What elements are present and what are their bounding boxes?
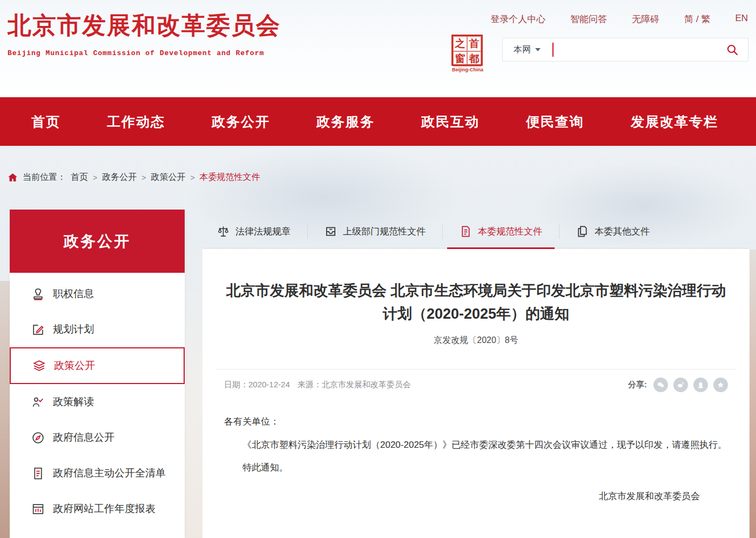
home-icon — [8, 172, 18, 183]
interpretation-icon — [31, 395, 45, 409]
article-panel: 北京市发展和改革委员会 北京市生态环境局关于印发北京市塑料污染治理行动计划（20… — [202, 249, 750, 538]
tab-superior-normative-documents[interactable]: 上级部门规范性文件 — [310, 215, 440, 248]
article-meta: 日期：2020-12-24来源：北京市发展和改革委员会 — [224, 380, 411, 390]
body-paragraph: 特此通知。 — [224, 456, 728, 480]
nav-item-gov-disclosure[interactable]: 政务公开 — [212, 113, 270, 131]
tab-label: 上级部门规范性文件 — [343, 225, 426, 238]
site-logo[interactable]: 北京市发展和改革委员会 Beijing Municipal Commission… — [8, 10, 281, 57]
sidebar-item-decision-catalog[interactable]: 决策目录 — [10, 527, 185, 538]
search-input[interactable] — [554, 39, 724, 60]
sidebar-item-website-annual-report[interactable]: 政府网站工作年度报表 — [10, 491, 185, 527]
tab-label: 本委规范性文件 — [478, 225, 542, 238]
body-salutation: 各有关单位： — [224, 411, 728, 434]
qzone-star-icon — [717, 381, 725, 389]
nav-item-home[interactable]: 首页 — [31, 113, 60, 131]
simplified-traditional-toggle[interactable]: 简 / 繁 — [684, 13, 710, 25]
share-qzone-button[interactable] — [713, 378, 728, 392]
plan-edit-icon — [31, 323, 45, 337]
nav-item-public-interaction[interactable]: 政民互动 — [421, 113, 480, 131]
tab-divider — [442, 225, 443, 239]
page-root: 北京市发展和改革委员会 Beijing Municipal Commission… — [0, 0, 756, 538]
search-bar: 本网 — [502, 38, 748, 62]
sidebar-item-label: 政策公开 — [54, 359, 95, 373]
body-signoff: 北京市发展和改革委员会 — [224, 485, 728, 508]
article-meta-row: 日期：2020-12-24来源：北京市发展和改革委员会 分享: — [224, 369, 728, 395]
share-group: 分享: — [628, 378, 728, 392]
search-button[interactable] — [724, 42, 740, 58]
document-list-icon — [31, 467, 45, 480]
top-header: 北京市发展和改革委员会 Beijing Municipal Commission… — [0, 0, 756, 97]
background-texture-left — [0, 281, 10, 538]
site-title: 北京市发展和改革委员会 — [8, 10, 281, 42]
nav-item-convenient-inquiry[interactable]: 便民查询 — [526, 113, 584, 131]
breadcrumb-separator: > — [93, 173, 97, 182]
tab-committee-normative-documents[interactable]: 本委规范性文件 — [445, 215, 557, 248]
breadcrumb-separator: > — [190, 173, 194, 182]
sidebar-item-proactive-disclosure-list[interactable]: 政府信息主动公开全清单 — [10, 455, 185, 491]
main-navbar: 首页 工作动态 政务公开 政务服务 政民互动 便民查询 发展改革专栏 — [0, 97, 756, 146]
sidebar-menu: 职权信息 规划计划 政策公开 政策解读 — [10, 273, 185, 538]
nav-item-reform-special-column[interactable]: 发展改革专栏 — [631, 113, 718, 131]
document-icon — [460, 225, 472, 238]
content-tabs: 法律法规规章 上级部门规范性文件 本委规范性文件 本委其他文件 — [202, 215, 750, 248]
chevron-down-icon — [535, 48, 541, 51]
sidebar-title: 政务公开 — [10, 210, 185, 273]
seal-char: 首 — [467, 36, 481, 51]
smart-qa-link[interactable]: 智能问答 — [570, 13, 607, 25]
english-link[interactable]: EN — [735, 13, 748, 25]
search-scope-dropdown[interactable]: 本网 — [514, 44, 541, 56]
seal-char: 之 — [453, 36, 467, 51]
qq-icon — [697, 381, 705, 389]
sidebar-item-gov-info-disclosure[interactable]: 政府信息公开 — [10, 420, 185, 455]
compass-icon — [31, 431, 45, 445]
sidebar-item-label: 政府信息公开 — [53, 431, 114, 445]
breadcrumb-current: 本委规范性文件 — [200, 172, 260, 183]
seal-char: 窗 — [453, 51, 467, 66]
login-personal-center-link[interactable]: 登录个人中心 — [490, 13, 545, 25]
stamp-icon — [31, 287, 45, 301]
search-scope-label: 本网 — [514, 44, 531, 56]
sidebar-item-policy-disclosure[interactable]: 政策公开 — [10, 347, 185, 384]
nav-item-work-trends[interactable]: 工作动态 — [107, 113, 165, 131]
share-qq-button[interactable] — [693, 378, 708, 392]
sidebar-item-authority-info[interactable]: 职权信息 — [10, 276, 185, 312]
background-texture-right — [750, 250, 756, 538]
annual-report-icon — [31, 502, 45, 516]
sidebar-item-label: 政府信息主动公开全清单 — [53, 466, 166, 480]
top-utility-links: 登录个人中心 智能问答 无障碍 简 / 繁 EN — [490, 13, 748, 25]
sidebar-item-label: 政策解读 — [53, 395, 94, 409]
sidebar-item-policy-interpretation[interactable]: 政策解读 — [10, 384, 185, 420]
share-wechat-button[interactable] — [653, 378, 668, 392]
sidebar: 政务公开 职权信息 规划计划 政策公开 — [10, 210, 185, 538]
source-label: 来源： — [298, 380, 322, 389]
sidebar-item-label: 职权信息 — [53, 287, 94, 301]
tab-laws-regulations[interactable]: 法律法规规章 — [202, 215, 305, 248]
breadcrumb-item-policy-disclosure[interactable]: 政策公开 — [151, 172, 185, 183]
capital-window-seal-icon[interactable]: 之 首 窗 都 Beijing-China — [451, 35, 484, 72]
breadcrumb-item-home[interactable]: 首页 — [71, 172, 88, 183]
breadcrumb-separator: > — [141, 173, 146, 182]
seal-caption: Beijing-China — [451, 67, 484, 72]
inbox-icon — [325, 225, 337, 238]
share-weibo-button[interactable] — [673, 378, 688, 392]
breadcrumb-item-gov-disclosure[interactable]: 政务公开 — [102, 172, 137, 183]
sidebar-item-label: 政府网站工作年度报表 — [53, 502, 156, 516]
date-label: 日期： — [224, 380, 248, 389]
tab-divider — [307, 225, 308, 239]
breadcrumb-label: 当前位置： — [23, 172, 66, 183]
article-date: 2020-12-24 — [248, 380, 290, 389]
tab-committee-other-documents[interactable]: 本委其他文件 — [562, 215, 664, 248]
site-subtitle: Beijing Municipal Commission of Developm… — [8, 49, 281, 57]
nav-item-gov-services[interactable]: 政务服务 — [316, 113, 375, 131]
sidebar-item-label: 规划计划 — [53, 322, 94, 337]
scales-icon — [217, 225, 230, 238]
breadcrumb: 当前位置： 首页 > 政务公开 > 政策公开 > 本委规范性文件 — [8, 172, 260, 183]
body-paragraph: 《北京市塑料污染治理行动计划（2020-2025年）》已经市委深改委第十四次会议… — [224, 434, 728, 457]
tab-label: 本委其他文件 — [595, 225, 650, 238]
sidebar-item-planning[interactable]: 规划计划 — [10, 312, 185, 347]
document-number: 京发改规〔2020〕8号 — [224, 335, 728, 346]
article-source: 北京市发展和改革委员会 — [322, 380, 411, 389]
seal-char: 都 — [467, 51, 481, 66]
accessibility-link[interactable]: 无障碍 — [632, 13, 659, 25]
documents-icon — [576, 225, 589, 238]
